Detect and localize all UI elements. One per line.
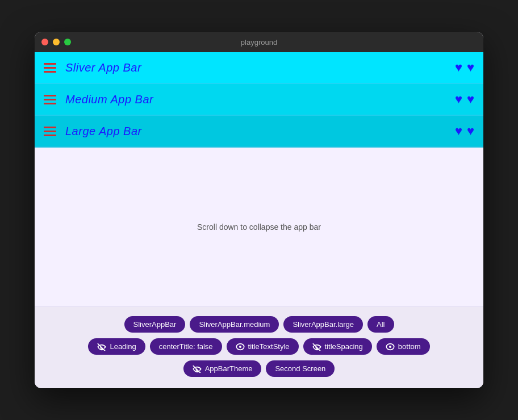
window-title: playground — [241, 38, 277, 47]
controls-row-1: SliverAppBar SliverAppBar.medium SliverA… — [46, 316, 472, 333]
sliver-app-bar: Sliver App Bar ♥ ♥ — [35, 52, 483, 84]
chip-sliver-app-bar-medium[interactable]: SliverAppBar.medium — [190, 316, 279, 333]
eye-icon-2 — [386, 343, 395, 351]
eye-off-icon-2 — [312, 343, 321, 351]
chip-bottom[interactable]: bottom — [377, 338, 430, 355]
chip-leading[interactable]: Leading — [88, 338, 145, 355]
heart-icon-4[interactable]: ♥ — [467, 92, 474, 107]
chip-sliver-app-bar-large[interactable]: SliverAppBar.large — [283, 316, 363, 333]
app-bar-actions-medium: ♥ ♥ — [455, 92, 474, 107]
minimize-button[interactable] — [53, 39, 60, 45]
heart-icon-3[interactable]: ♥ — [455, 92, 462, 107]
app-bar-left: Medium App Bar — [44, 93, 153, 106]
chip-center-title[interactable]: centerTitle: false — [150, 338, 222, 355]
content-area: Scroll down to collapse the app bar — [35, 148, 483, 306]
close-button[interactable] — [41, 39, 48, 45]
eye-off-icon-3 — [193, 365, 202, 373]
hamburger-icon-medium[interactable] — [44, 95, 56, 104]
maximize-button[interactable] — [64, 39, 71, 45]
app-window: playground Sliver App Bar ♥ ♥ — [35, 32, 483, 388]
controls-row-2: Leading centerTitle: false titleTextStyl… — [46, 338, 472, 355]
heart-icon-1[interactable]: ♥ — [455, 60, 462, 75]
heart-icon-5[interactable]: ♥ — [455, 124, 462, 138]
eye-icon-1 — [236, 343, 245, 351]
chip-app-bar-theme[interactable]: AppBarTheme — [183, 360, 262, 377]
medium-app-bar-title: Medium App Bar — [65, 93, 153, 106]
app-bar-left: Sliver App Bar — [44, 61, 141, 74]
hamburger-icon-large[interactable] — [44, 127, 56, 136]
app-bars-container: Sliver App Bar ♥ ♥ Medium App Bar ♥ ♥ — [35, 52, 483, 148]
chip-title-text-style[interactable]: titleTextStyle — [227, 338, 299, 355]
chip-title-spacing[interactable]: titleSpacing — [303, 338, 372, 355]
sliver-app-bar-title: Sliver App Bar — [65, 61, 141, 74]
scroll-hint: Scroll down to collapse the app bar — [197, 222, 321, 232]
controls-area: SliverAppBar SliverAppBar.medium SliverA… — [35, 306, 483, 388]
app-bar-actions: ♥ ♥ — [455, 60, 474, 75]
titlebar: playground — [35, 32, 483, 52]
app-bar-actions-large: ♥ ♥ — [455, 124, 474, 138]
svg-point-1 — [239, 346, 241, 348]
hamburger-icon[interactable] — [44, 63, 56, 73]
svg-point-3 — [389, 346, 391, 348]
large-app-bar: Large App Bar ♥ ♥ — [35, 116, 483, 148]
heart-icon-6[interactable]: ♥ — [467, 124, 474, 138]
large-app-bar-title: Large App Bar — [65, 125, 142, 138]
chip-second-screen[interactable]: Second Screen — [266, 360, 335, 377]
chip-all[interactable]: All — [367, 316, 394, 333]
eye-off-icon — [97, 343, 106, 351]
medium-app-bar: Medium App Bar ♥ ♥ — [35, 84, 483, 116]
heart-icon-2[interactable]: ♥ — [467, 60, 474, 75]
traffic-lights — [41, 39, 71, 45]
app-bar-left-large: Large App Bar — [44, 125, 142, 138]
chip-sliver-app-bar[interactable]: SliverAppBar — [124, 316, 186, 333]
controls-row-3: AppBarTheme Second Screen — [46, 360, 472, 377]
